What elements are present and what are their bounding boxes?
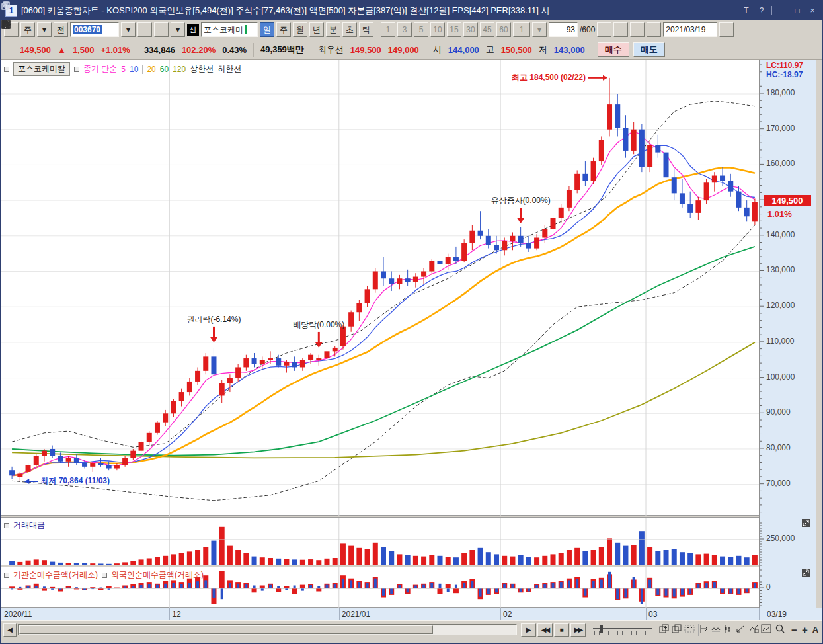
- volume-bar[interactable]: [647, 547, 652, 566]
- net-forgn-bar[interactable]: [584, 588, 586, 596]
- net-inst-bar[interactable]: [453, 588, 459, 593]
- net-forgn-bar[interactable]: [245, 584, 247, 588]
- net-forgn-bar[interactable]: [294, 586, 296, 589]
- net-buy-panel[interactable]: 기관순매수금액(거래소) 외국인순매수금액(거래소): [1, 567, 759, 608]
- copy-window-icon[interactable]: [711, 5, 721, 16]
- interval-15-button[interactable]: 15: [447, 22, 461, 37]
- period-year-button[interactable]: 년: [309, 22, 324, 37]
- net-inst-bar[interactable]: [260, 586, 265, 589]
- net-forgn-bar[interactable]: [253, 586, 256, 589]
- net-inst-bar[interactable]: [252, 588, 257, 592]
- period-minute-button[interactable]: 분: [326, 22, 340, 37]
- net-forgn-bar[interactable]: [648, 580, 651, 589]
- volume-bar[interactable]: [155, 557, 160, 566]
- volume-bar[interactable]: [510, 557, 515, 566]
- net-forgn-bar[interactable]: [35, 586, 38, 588]
- net-forgn-bar[interactable]: [342, 579, 344, 588]
- play-button[interactable]: ▶: [521, 623, 536, 637]
- net-forgn-bar[interactable]: [180, 584, 183, 588]
- volume-bar[interactable]: [551, 554, 556, 566]
- volume-bar[interactable]: [672, 549, 677, 566]
- net-inst-bar[interactable]: [284, 586, 289, 588]
- volume-bar[interactable]: [639, 531, 645, 566]
- net-forgn-bar[interactable]: [148, 584, 151, 588]
- stock-period-combo[interactable]: 주: [20, 22, 35, 37]
- peak-marker-icon[interactable]: [711, 624, 723, 636]
- stock-period-dropdown[interactable]: ▾: [37, 22, 52, 37]
- period-second-button[interactable]: 초: [342, 22, 357, 37]
- interval-5-button[interactable]: 5: [414, 22, 428, 37]
- stock-code-input[interactable]: 003670: [70, 22, 119, 37]
- date-input[interactable]: 2021/03/19: [663, 22, 717, 37]
- volume-bar[interactable]: [704, 554, 709, 566]
- net-forgn-bar[interactable]: [414, 586, 417, 589]
- chart-scrollbar[interactable]: [18, 624, 517, 635]
- net-forgn-bar[interactable]: [447, 588, 450, 592]
- net-forgn-bar[interactable]: [156, 585, 159, 588]
- volume-bar[interactable]: [736, 556, 741, 566]
- stop-button[interactable]: ■: [554, 623, 569, 637]
- volume-bar[interactable]: [179, 553, 184, 566]
- net-forgn-bar[interactable]: [221, 588, 223, 599]
- volume-bar[interactable]: [421, 557, 426, 566]
- net-forgn-bar[interactable]: [600, 580, 603, 589]
- net-forgn-bar[interactable]: [277, 586, 280, 588]
- net-forgn-bar[interactable]: [317, 586, 320, 588]
- interval-10-button[interactable]: 10: [430, 22, 445, 37]
- volume-bar[interactable]: [478, 548, 483, 566]
- calendar-button[interactable]: [719, 22, 734, 37]
- sound-button[interactable]: [154, 22, 169, 37]
- scrollbar-thumb[interactable]: [19, 625, 433, 634]
- region-select-icon[interactable]: [684, 624, 697, 636]
- expand-net-icon[interactable]: [802, 569, 810, 577]
- net-forgn-bar[interactable]: [624, 588, 627, 598]
- net-forgn-bar[interactable]: [713, 582, 716, 588]
- net-forgn-bar[interactable]: [366, 583, 369, 588]
- net-forgn-bar[interactable]: [697, 584, 699, 588]
- popup-window-icon[interactable]: [680, 5, 691, 16]
- new-chart-window-icon[interactable]: [659, 624, 672, 636]
- net-forgn-bar[interactable]: [729, 588, 732, 594]
- volume-bar[interactable]: [518, 555, 524, 566]
- net-forgn-bar[interactable]: [705, 583, 708, 588]
- net-forgn-bar[interactable]: [592, 581, 595, 588]
- interval-60-button[interactable]: 60: [496, 22, 511, 37]
- net-forgn-bar[interactable]: [641, 588, 643, 604]
- chart-image-icon[interactable]: [761, 624, 773, 636]
- volume-bar[interactable]: [680, 552, 685, 566]
- zoom-icon[interactable]: [775, 624, 787, 636]
- volume-bar[interactable]: [203, 547, 208, 566]
- net-forgn-bar[interactable]: [358, 582, 360, 588]
- volume-bar[interactable]: [494, 554, 499, 566]
- save-button[interactable]: [630, 22, 645, 37]
- volume-bar[interactable]: [687, 553, 693, 566]
- volume-bar[interactable]: [235, 550, 241, 566]
- volume-bar[interactable]: [219, 527, 225, 566]
- volume-bar[interactable]: [252, 557, 257, 566]
- volume-bar[interactable]: [720, 557, 725, 566]
- net-inst-bar[interactable]: [106, 586, 112, 588]
- stock-code-dropdown[interactable]: ▾: [121, 22, 136, 37]
- net-forgn-bar[interactable]: [309, 585, 312, 588]
- sell-button[interactable]: 매도: [633, 42, 665, 57]
- net-forgn-bar[interactable]: [229, 583, 231, 588]
- stock-search-button[interactable]: [137, 22, 152, 37]
- volume-bar[interactable]: [712, 555, 717, 566]
- volume-bar[interactable]: [623, 546, 628, 566]
- volume-panel[interactable]: 거래대금: [1, 517, 759, 565]
- font-size-button[interactable]: A: [809, 624, 822, 636]
- volume-bar[interactable]: [348, 546, 354, 566]
- interval-1-button[interactable]: 1: [381, 22, 395, 37]
- net-forgn-bar[interactable]: [633, 577, 635, 588]
- volume-bar[interactable]: [607, 538, 612, 566]
- close-button[interactable]: ×: [807, 5, 818, 16]
- volume-bar[interactable]: [591, 550, 596, 566]
- net-forgn-bar[interactable]: [325, 585, 328, 588]
- stock-name-field[interactable]: 포스코케미: [201, 22, 258, 37]
- net-forgn-bar[interactable]: [681, 588, 684, 595]
- net-forgn-bar[interactable]: [164, 584, 167, 588]
- net-forgn-bar[interactable]: [196, 581, 199, 588]
- volume-bar[interactable]: [655, 551, 660, 566]
- period-month-button[interactable]: 월: [293, 22, 307, 37]
- net-forgn-bar[interactable]: [543, 584, 546, 588]
